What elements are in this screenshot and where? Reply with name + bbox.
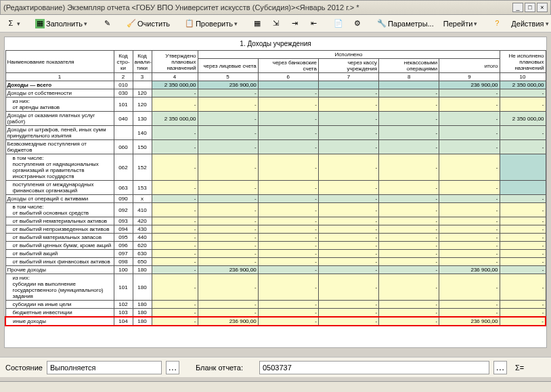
table-row[interactable]: субсидии на иные цели102180------- <box>5 301 546 309</box>
value-cell[interactable]: - <box>318 126 378 140</box>
value-cell[interactable]: - <box>258 225 318 234</box>
blank-select-button[interactable]: … <box>493 361 507 374</box>
value-cell[interactable]: - <box>198 274 258 301</box>
value-cell[interactable]: - <box>152 126 198 140</box>
value-cell[interactable]: - <box>152 89 198 97</box>
value-cell[interactable]: - <box>500 266 546 274</box>
value-cell[interactable]: - <box>258 203 318 217</box>
value-cell[interactable]: - <box>152 203 198 217</box>
value-cell[interactable]: - <box>379 234 439 242</box>
value-cell[interactable]: - <box>439 225 500 234</box>
value-cell[interactable]: - <box>500 225 546 234</box>
value-cell[interactable]: - <box>152 309 198 318</box>
clear-button[interactable]: 🧹Очистить <box>123 17 173 30</box>
table-row[interactable]: из них: от аренды активов101120------- <box>5 97 546 112</box>
table-row[interactable]: в том числе: поступления от наднациональ… <box>5 154 546 181</box>
table-row[interactable]: от выбытий материальных запасов095440---… <box>5 234 546 242</box>
value-cell[interactable]: - <box>152 217 198 225</box>
table-row[interactable]: Доходы от операций с активами090x------- <box>5 195 546 203</box>
value-cell[interactable]: - <box>318 97 378 112</box>
value-cell[interactable]: - <box>198 225 258 234</box>
value-cell[interactable] <box>500 181 546 195</box>
value-cell[interactable]: - <box>318 195 378 203</box>
value-cell[interactable]: - <box>379 140 439 154</box>
value-cell[interactable]: - <box>318 242 378 250</box>
value-cell[interactable]: 2 350 000,00 <box>152 81 198 89</box>
value-cell[interactable]: - <box>439 154 500 181</box>
value-cell[interactable]: - <box>439 195 500 203</box>
value-cell[interactable]: - <box>439 250 500 258</box>
value-cell[interactable]: 236 900,00 <box>198 81 258 89</box>
value-cell[interactable]: - <box>379 274 439 301</box>
value-cell[interactable]: - <box>500 89 546 97</box>
table-row[interactable]: поступления от международных финансовых … <box>5 181 546 195</box>
value-cell[interactable]: - <box>318 181 378 195</box>
value-cell[interactable]: - <box>318 112 378 126</box>
table-row[interactable]: Доходы — всего0102 350 000,00236 900,002… <box>5 81 546 89</box>
value-cell[interactable]: - <box>198 217 258 225</box>
tool5-button[interactable]: 📄 <box>330 17 347 30</box>
value-cell[interactable]: - <box>379 317 439 326</box>
value-cell[interactable]: - <box>152 258 198 266</box>
horizontal-scrollbar[interactable] <box>0 381 551 392</box>
value-cell[interactable]: - <box>258 154 318 181</box>
value-cell[interactable]: - <box>152 274 198 301</box>
state-select-button[interactable]: … <box>166 361 179 374</box>
value-cell[interactable]: - <box>152 317 198 326</box>
value-cell[interactable]: - <box>198 181 258 195</box>
value-cell[interactable]: - <box>152 250 198 258</box>
tool1-button[interactable]: ▦ <box>249 17 265 30</box>
minimize-button[interactable]: _ <box>512 3 523 12</box>
value-cell[interactable]: - <box>258 195 318 203</box>
tool2-button[interactable]: ⇲ <box>268 17 284 30</box>
value-cell[interactable]: - <box>198 309 258 318</box>
close-button[interactable]: × <box>537 3 548 12</box>
value-cell[interactable]: - <box>439 301 500 309</box>
value-cell[interactable]: - <box>439 217 500 225</box>
value-cell[interactable]: - <box>198 234 258 242</box>
table-row[interactable]: от выбытий непроизведенных активов094430… <box>5 225 546 234</box>
value-cell[interactable]: - <box>198 97 258 112</box>
value-cell[interactable]: - <box>198 112 258 126</box>
value-cell[interactable]: - <box>379 97 439 112</box>
table-row[interactable]: бюджетные инвестиции103180------- <box>5 309 546 318</box>
value-cell[interactable]: 2 350 000,00 <box>152 112 198 126</box>
table-row[interactable]: Доходы от оказания платных услуг (работ)… <box>5 112 546 126</box>
value-cell[interactable]: - <box>318 250 378 258</box>
value-cell[interactable]: - <box>198 140 258 154</box>
value-cell[interactable]: - <box>379 250 439 258</box>
value-cell[interactable]: - <box>379 266 439 274</box>
goto-button[interactable]: Перейти▾ <box>440 17 481 30</box>
table-row[interactable]: из них: субсидии на выполнение государст… <box>5 274 546 301</box>
value-cell[interactable]: - <box>318 274 378 301</box>
sigma-button[interactable]: Σ▾ <box>3 17 24 30</box>
value-cell[interactable]: - <box>258 242 318 250</box>
value-cell[interactable]: - <box>500 217 546 225</box>
value-cell[interactable] <box>318 81 378 89</box>
value-cell[interactable]: - <box>258 234 318 242</box>
value-cell[interactable]: - <box>318 234 378 242</box>
value-cell[interactable]: - <box>439 242 500 250</box>
value-cell[interactable]: - <box>258 181 318 195</box>
value-cell[interactable]: - <box>439 97 500 112</box>
value-cell[interactable]: - <box>379 195 439 203</box>
value-cell[interactable]: - <box>439 89 500 97</box>
value-cell[interactable]: - <box>500 274 546 301</box>
table-row[interactable]: Доходы от штрафов, пеней, иных сумм прин… <box>5 126 546 140</box>
value-cell[interactable]: - <box>379 112 439 126</box>
actions-button[interactable]: Действия▾ <box>508 17 551 30</box>
value-cell[interactable]: - <box>152 181 198 195</box>
value-cell[interactable]: 236 900,00 <box>198 266 258 274</box>
blank-input[interactable] <box>259 361 489 374</box>
value-cell[interactable]: - <box>152 242 198 250</box>
value-cell[interactable]: - <box>258 89 318 97</box>
value-cell[interactable]: - <box>500 195 546 203</box>
value-cell[interactable]: - <box>439 274 500 301</box>
value-cell[interactable]: - <box>258 266 318 274</box>
value-cell[interactable]: - <box>198 195 258 203</box>
value-cell[interactable] <box>258 81 318 89</box>
value-cell[interactable]: - <box>258 309 318 318</box>
value-cell[interactable]: - <box>198 250 258 258</box>
value-cell[interactable]: - <box>379 89 439 97</box>
table-row[interactable]: Прочие доходы100180-236 900,00---236 900… <box>5 266 546 274</box>
